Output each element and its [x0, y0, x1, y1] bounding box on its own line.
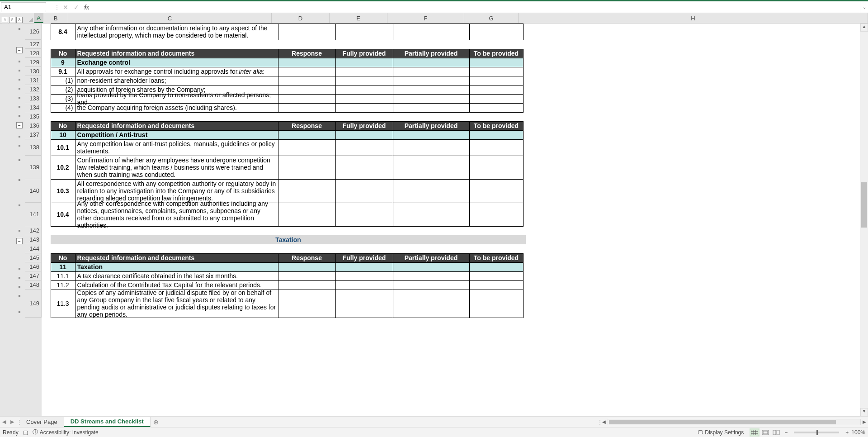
status-display-settings[interactable]: Display Settings — [705, 429, 744, 436]
cell[interactable] — [393, 58, 470, 67]
row-header[interactable]: 143 — [25, 235, 42, 244]
add-sheet-icon[interactable]: ⊕ — [151, 418, 161, 426]
col-G[interactable]: G — [464, 13, 519, 23]
cell-subno[interactable]: (2) — [51, 85, 75, 95]
cell-no[interactable]: 11.2 — [51, 280, 75, 290]
table-header-tobe[interactable]: To be provided — [469, 49, 524, 58]
select-all-triangle[interactable] — [25, 13, 34, 23]
cell-text[interactable]: Any competition law or anti-trust polici… — [75, 139, 278, 156]
table-header-tobe[interactable]: To be provided — [469, 253, 524, 263]
row-header[interactable]: 129 — [25, 58, 42, 67]
table-header-resp[interactable]: Response — [278, 253, 336, 263]
table-header-tobe[interactable]: To be provided — [469, 121, 524, 131]
outline-level-1[interactable]: 1 — [2, 17, 8, 23]
taxation-band[interactable]: Taxation — [51, 235, 526, 244]
tab-cover-page[interactable]: Cover Page — [20, 417, 64, 427]
cell-subno[interactable]: (1) — [51, 76, 75, 86]
row-header[interactable]: 131 — [25, 76, 42, 85]
cell[interactable] — [335, 67, 393, 76]
hscroll-thumb[interactable] — [609, 420, 836, 424]
zoom-out-icon[interactable]: − — [784, 429, 788, 436]
row-header[interactable]: 137 — [25, 130, 42, 139]
row-header[interactable]: 128 — [25, 49, 42, 58]
row-header[interactable]: 134 — [25, 103, 42, 112]
cell-no[interactable]: 11.3 — [51, 290, 75, 318]
cells[interactable]: 8.4 Any other information or documentati… — [42, 24, 860, 416]
col-E[interactable]: E — [330, 13, 387, 23]
cell[interactable] — [469, 58, 524, 67]
accessibility-icon[interactable]: ⓘ — [33, 428, 38, 436]
expand-formula-bar-icon[interactable]: ⌄ — [860, 1, 868, 13]
cell-text[interactable]: All approvals for exchange control inclu… — [75, 67, 278, 76]
col-F[interactable]: F — [387, 13, 464, 23]
cell-text[interactable]: Calculation of the Contributed Tax Capit… — [75, 280, 278, 290]
hscroll-track[interactable] — [608, 419, 861, 425]
table-header-fully[interactable]: Fully provided — [335, 121, 393, 131]
cell-text[interactable]: non-resident shareholder loans; — [75, 76, 278, 86]
cell-no[interactable]: 9.1 — [51, 67, 75, 76]
col-B[interactable]: B — [43, 13, 68, 23]
cell[interactable] — [469, 67, 524, 76]
table-header-req[interactable]: Requested information and documents — [75, 253, 278, 263]
outline-collapse-icon[interactable]: − — [16, 122, 23, 128]
cell-text[interactable]: Copies of any administrative or judicial… — [75, 290, 278, 318]
tab-dd-streams[interactable]: DD Streams and Checklist — [64, 417, 151, 427]
cell[interactable] — [469, 24, 524, 40]
col-D[interactable]: D — [272, 13, 330, 23]
row-header[interactable]: 130 — [25, 67, 42, 76]
cell-no[interactable]: 10.2 — [51, 156, 75, 180]
scroll-track[interactable] — [860, 32, 868, 408]
tab-nav-prev-icon[interactable]: ◀ — [0, 419, 8, 425]
cell-no[interactable]: 10.1 — [51, 139, 75, 156]
row-header[interactable]: 145 — [25, 253, 42, 262]
row-header[interactable]: 139 — [25, 156, 42, 179]
row-header[interactable]: 126 — [25, 24, 42, 40]
row-header[interactable]: 142 — [25, 226, 42, 235]
col-A[interactable]: A — [34, 13, 43, 23]
scroll-right-icon[interactable]: ▶ — [861, 419, 868, 424]
row-header[interactable]: 138 — [25, 139, 42, 156]
table-header-no[interactable]: No — [51, 253, 75, 263]
outline-collapse-icon[interactable]: − — [16, 47, 23, 53]
table-header-fully[interactable]: Fully provided — [335, 49, 393, 58]
cell[interactable] — [335, 58, 393, 67]
table-header-no[interactable]: No — [51, 121, 75, 131]
col-C[interactable]: C — [68, 13, 272, 23]
fx-icon[interactable]: fx — [82, 4, 92, 11]
row-header[interactable]: 136 — [25, 121, 42, 130]
section-title[interactable]: Competition / Anti-trust — [75, 130, 278, 140]
scroll-left-icon[interactable]: ◀ — [600, 419, 608, 424]
table-header-req[interactable]: Requested information and documents — [75, 49, 278, 58]
row-header[interactable]: 146 — [25, 262, 42, 271]
table-header-req[interactable]: Requested information and documents — [75, 121, 278, 131]
outline-level-2[interactable]: 2 — [9, 17, 15, 23]
cell-text[interactable]: Any other correspondence with competitio… — [75, 203, 278, 227]
outline-level-3[interactable]: 3 — [16, 17, 23, 23]
status-accessibility[interactable]: Accessibility: Investigate — [40, 429, 99, 436]
vertical-scrollbar[interactable]: ▲ ▼ — [860, 24, 868, 416]
outline-collapse-icon[interactable]: − — [16, 238, 23, 244]
cell-text[interactable]: the Company acquiring foreign assets (in… — [75, 103, 278, 113]
section-no[interactable]: 11 — [51, 262, 75, 272]
cell-subno[interactable]: (3) — [51, 94, 75, 104]
cell[interactable] — [393, 67, 470, 76]
cell[interactable] — [278, 24, 336, 40]
row-header[interactable]: 140 — [25, 179, 42, 203]
row-header[interactable]: 148 — [25, 280, 42, 290]
row-header[interactable]: 149 — [25, 290, 42, 318]
row-header[interactable]: 141 — [25, 203, 42, 226]
table-header-partially[interactable]: Partially provided — [393, 121, 470, 131]
scroll-up-icon[interactable]: ▲ — [860, 24, 868, 32]
row-header[interactable]: 147 — [25, 271, 42, 280]
zoom-in-icon[interactable]: + — [845, 429, 849, 436]
table-header-partially[interactable]: Partially provided — [393, 253, 470, 263]
zoom-level[interactable]: 100% — [851, 429, 865, 436]
scroll-down-icon[interactable]: ▼ — [860, 408, 868, 416]
cell-text[interactable]: Any other information or documentation r… — [75, 24, 278, 40]
table-header-fully[interactable]: Fully provided — [335, 253, 393, 263]
name-box[interactable]: ▼ — [1, 2, 46, 12]
cell-text[interactable]: All correspondence with any competition … — [75, 179, 278, 203]
macro-record-icon[interactable]: ▢ — [23, 429, 28, 436]
table-header-resp[interactable]: Response — [278, 121, 336, 131]
scroll-thumb[interactable] — [861, 182, 867, 228]
